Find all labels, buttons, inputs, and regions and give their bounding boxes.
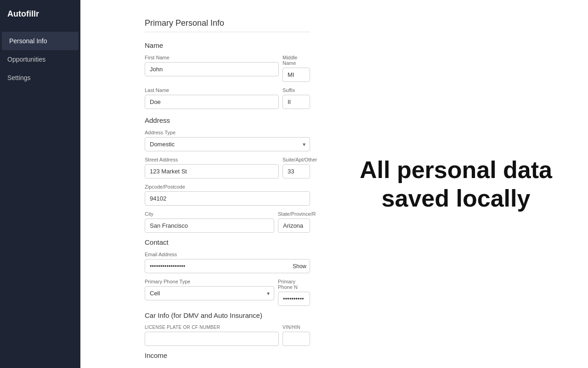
zip-group: Zipcode/Postcode <box>145 184 310 206</box>
suite-group: Suite/Apt/Other <box>283 157 310 178</box>
state-group: State/Province/R <box>278 211 310 233</box>
state-label: State/Province/R <box>278 211 310 217</box>
suite-label: Suite/Apt/Other <box>283 157 310 162</box>
contact-section: Contact Email Address Show Primary Phone… <box>145 238 310 306</box>
address-type-select-wrapper: Domestic International <box>145 137 310 151</box>
right-panel-line1: All personal data <box>360 156 552 183</box>
car-info-section: Car Info (for DMV and Auto Insurance) LI… <box>145 311 310 346</box>
address-type-row: Address Type Domestic International <box>145 130 310 151</box>
email-label: Email Address <box>145 252 310 257</box>
street-group: Street Address <box>145 157 279 178</box>
sidebar-item-settings[interactable]: Settings <box>0 69 80 87</box>
street-input[interactable] <box>145 164 279 178</box>
vin-input[interactable] <box>283 332 310 346</box>
right-panel: All personal data saved locally <box>324 0 588 368</box>
address-section: Address Address Type Domestic Internatio… <box>145 116 310 233</box>
city-state-row: City State/Province/R <box>145 211 310 233</box>
address-type-label: Address Type <box>145 130 310 135</box>
section-title: Primary Personal Info <box>145 18 310 28</box>
phone-type-group: Primary Phone Type Cell Home Work <box>145 279 274 306</box>
sidebar-item-label: Opportunities <box>7 56 45 63</box>
first-name-group: First Name <box>145 55 279 82</box>
contact-subsection-title: Contact <box>145 238 310 246</box>
app-logo: Autofillr <box>0 0 80 28</box>
sidebar-item-personal-info[interactable]: Personal Info <box>2 32 79 50</box>
car-info-row: LICENSE PLATE OR CF NUMBER VIN/HIN <box>145 325 310 346</box>
zip-input[interactable] <box>145 191 310 206</box>
sidebar-item-label: Settings <box>7 74 31 81</box>
sidebar: Autofillr Personal Info Opportunities Se… <box>0 0 80 368</box>
income-subsection-title: Income <box>145 351 310 359</box>
city-group: City <box>145 211 274 233</box>
phone-row: Primary Phone Type Cell Home Work Primar… <box>145 279 310 306</box>
income-section: Income <box>145 351 310 359</box>
car-info-subsection-title: Car Info (for DMV and Auto Insurance) <box>145 311 310 319</box>
zip-row: Zipcode/Postcode <box>145 184 310 206</box>
suffix-input[interactable] <box>283 95 310 109</box>
vin-group: VIN/HIN <box>283 325 310 346</box>
right-panel-text: All personal data saved locally <box>360 155 552 213</box>
plate-label: LICENSE PLATE OR CF NUMBER <box>145 325 279 330</box>
section-divider <box>145 32 310 32</box>
last-name-input[interactable] <box>145 95 279 109</box>
right-panel-line2: saved locally <box>382 185 531 212</box>
state-input[interactable] <box>278 218 310 233</box>
name-row-2: Last Name Suffix <box>145 87 310 109</box>
show-email-button[interactable]: Show <box>293 263 306 270</box>
city-label: City <box>145 211 274 217</box>
email-row: Email Address Show <box>145 252 310 273</box>
address-subsection-title: Address <box>145 116 310 124</box>
zip-label: Zipcode/Postcode <box>145 184 310 190</box>
sidebar-nav: Personal Info Opportunities Settings <box>0 32 80 87</box>
vin-label: VIN/HIN <box>283 325 310 330</box>
email-input[interactable] <box>145 259 310 273</box>
street-label: Street Address <box>145 157 279 162</box>
plate-input[interactable] <box>145 332 279 346</box>
middle-name-label: Middle Name <box>283 55 310 66</box>
address-type-group: Address Type Domestic International <box>145 130 310 151</box>
street-row: Street Address Suite/Apt/Other <box>145 157 310 178</box>
sidebar-item-label: Personal Info <box>9 37 47 45</box>
first-name-input[interactable] <box>145 62 279 76</box>
phone-number-label: Primary Phone N <box>278 279 310 290</box>
phone-number-group: Primary Phone N <box>278 279 310 306</box>
main-content: Primary Personal Info Name First Name Mi… <box>80 0 588 368</box>
plate-group: LICENSE PLATE OR CF NUMBER <box>145 325 279 346</box>
phone-type-select[interactable]: Cell Home Work <box>145 286 274 300</box>
sidebar-item-opportunities[interactable]: Opportunities <box>0 50 80 69</box>
middle-name-input[interactable] <box>283 68 310 82</box>
phone-type-label: Primary Phone Type <box>145 279 274 284</box>
email-wrapper: Show <box>145 259 310 273</box>
last-name-label: Last Name <box>145 87 279 93</box>
name-row-1: First Name Middle Name <box>145 55 310 82</box>
middle-name-group: Middle Name <box>283 55 310 82</box>
suite-input[interactable] <box>283 164 310 178</box>
phone-type-select-wrapper: Cell Home Work <box>145 286 274 300</box>
address-type-select[interactable]: Domestic International <box>145 137 310 151</box>
phone-number-input[interactable] <box>278 292 310 306</box>
suffix-group: Suffix <box>283 87 310 109</box>
email-group: Email Address Show <box>145 252 310 273</box>
name-subsection-title: Name <box>145 41 310 49</box>
last-name-group: Last Name <box>145 87 279 109</box>
form-area: Primary Personal Info Name First Name Mi… <box>80 0 324 368</box>
first-name-label: First Name <box>145 55 279 60</box>
suffix-label: Suffix <box>283 87 310 93</box>
city-input[interactable] <box>145 218 274 233</box>
